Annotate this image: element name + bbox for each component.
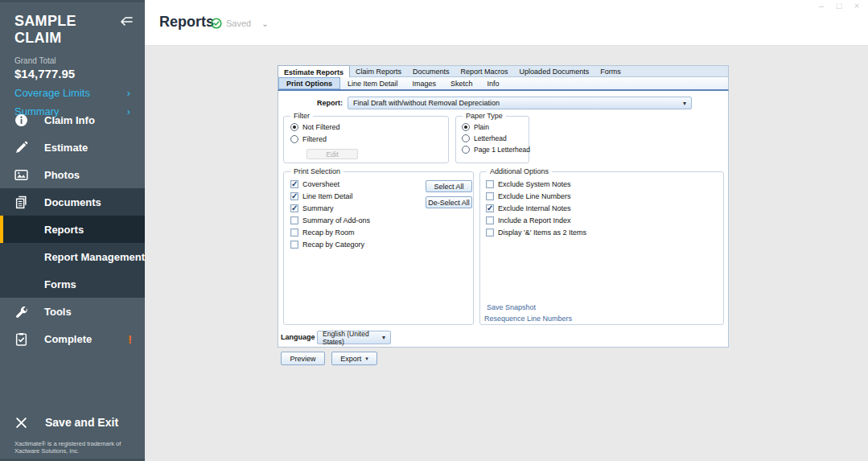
window-controls: – □ × <box>817 1 862 10</box>
subtab-print-options[interactable]: Print Options <box>278 77 340 89</box>
radio-label: Page 1 Letterhead <box>474 146 530 154</box>
export-button[interactable]: Export ▾ <box>331 352 377 365</box>
sidebar-item-forms[interactable]: Forms <box>0 270 145 298</box>
wrench-icon <box>14 305 28 319</box>
subtab-sketch[interactable]: Sketch <box>443 77 480 89</box>
grand-total-label: Grand Total <box>14 56 130 65</box>
sidebar-item-label: Claim Info <box>44 114 95 126</box>
dropdown-arrow-icon: ▾ <box>382 334 385 341</box>
subtab-line-item-detail[interactable]: Line Item Detail <box>340 77 405 89</box>
report-tabs: Estimate Reports Claim Reports Documents… <box>278 65 729 77</box>
paper-type-group: Paper Type Plain Letterhead Page 1 Lette… <box>455 116 529 163</box>
sidebar-item-estimate[interactable]: Estimate <box>0 134 145 161</box>
trademark-line2: Xactware Solutions, Inc. <box>14 447 138 455</box>
tab-documents[interactable]: Documents <box>407 66 455 76</box>
sidebar-header: SAMPLE CLAIM <box>0 2 145 47</box>
checkbox-summary[interactable]: Summary <box>290 204 334 212</box>
filter-legend: Filter <box>290 112 313 120</box>
sidebar-item-photos[interactable]: Photos <box>0 161 145 188</box>
radio-label: Not Filtered <box>302 123 340 131</box>
checkbox-icon <box>290 241 298 249</box>
resequence-line-numbers-link[interactable]: Resequence Line Numbers <box>484 315 572 323</box>
paper-type-legend: Paper Type <box>463 112 506 120</box>
sidebar-item-report-management[interactable]: Report Management <box>0 243 145 270</box>
save-snapshot-link[interactable]: Save Snapshot <box>487 303 536 311</box>
report-select[interactable]: Final Draft with/without Removal Depreci… <box>348 97 692 109</box>
edit-filter-button[interactable]: Edit <box>306 149 358 159</box>
sidebar: SAMPLE CLAIM Grand Total $14,777.95 Cove… <box>0 0 145 461</box>
sidebar-item-claim-info[interactable]: Claim Info <box>0 106 145 134</box>
checkbox-display-amp-items[interactable]: Display '&' Items as 2 Items <box>486 228 586 237</box>
sidebar-item-label: Photos <box>44 169 80 181</box>
sidebar-item-tools[interactable]: Tools <box>0 298 145 325</box>
page-header: Reports Saved ⌄ – □ × <box>145 0 868 46</box>
clipboard-check-icon <box>14 332 28 346</box>
tab-estimate-reports[interactable]: Estimate Reports <box>278 65 350 77</box>
radio-icon <box>462 146 470 154</box>
checkbox-icon <box>486 228 494 237</box>
radio-letterhead[interactable]: Letterhead <box>462 134 507 142</box>
checkbox-label: Summary <box>302 204 334 212</box>
checkbox-summary-of-addons[interactable]: Summary of Add-ons <box>290 216 370 224</box>
info-icon <box>14 113 28 127</box>
radio-icon <box>290 123 298 131</box>
minimize-button[interactable]: – <box>817 1 826 10</box>
checkbox-icon <box>290 216 298 224</box>
sidebar-item-label: Estimate <box>44 142 88 154</box>
checkbox-label: Display '&' Items as 2 Items <box>498 228 586 237</box>
radio-page1-letterhead[interactable]: Page 1 Letterhead <box>462 146 530 154</box>
additional-options-group: Additional Options Exclude System Notes … <box>479 171 724 325</box>
save-and-exit-button[interactable]: Save and Exit <box>0 409 145 436</box>
checkbox-label: Summary of Add-ons <box>302 216 370 224</box>
tab-forms[interactable]: Forms <box>594 66 627 76</box>
tab-report-macros[interactable]: Report Macros <box>455 66 514 76</box>
checkbox-recap-by-room[interactable]: Recap by Room <box>290 228 355 237</box>
checkbox-icon <box>486 180 494 188</box>
preview-button[interactable]: Preview <box>281 352 325 365</box>
radio-plain[interactable]: Plain <box>462 123 489 131</box>
sidebar-item-label: Reports <box>44 224 84 236</box>
checkbox-label: Exclude Line Numbers <box>498 192 571 200</box>
sidebar-item-complete[interactable]: Complete ! <box>0 325 145 352</box>
checkbox-line-item-detail[interactable]: Line Item Detail <box>290 192 353 200</box>
coverage-limits-label: Coverage Limits <box>14 87 90 99</box>
sidebar-item-reports[interactable]: Reports <box>0 216 145 243</box>
checkbox-exclude-line-numbers[interactable]: Exclude Line Numbers <box>486 192 571 200</box>
checkbox-label: Include a Report Index <box>498 216 571 224</box>
sidebar-item-label: Report Management <box>44 251 145 263</box>
tab-claim-reports[interactable]: Claim Reports <box>350 66 407 76</box>
close-button[interactable]: × <box>852 1 862 10</box>
coverage-limits-link[interactable]: Coverage Limits › <box>14 87 130 99</box>
deselect-all-button[interactable]: De-Select All <box>426 196 472 208</box>
select-all-button[interactable]: Select All <box>426 180 472 192</box>
checkbox-label: Line Item Detail <box>302 192 353 200</box>
radio-icon <box>290 135 298 143</box>
checkbox-exclude-internal-notes[interactable]: Exclude Internal Notes <box>486 204 571 212</box>
sidebar-item-documents[interactable]: Documents <box>0 188 145 216</box>
subtab-info[interactable]: Info <box>480 77 507 89</box>
report-label: Report: <box>309 99 343 107</box>
sidebar-item-label: Documents <box>44 196 101 208</box>
collapse-sidebar-icon[interactable] <box>119 15 134 31</box>
checkbox-exclude-system-notes[interactable]: Exclude System Notes <box>486 180 571 188</box>
language-select[interactable]: English (United States) ▾ <box>317 331 391 344</box>
maximize-button[interactable]: □ <box>834 1 844 10</box>
checkbox-icon <box>486 204 494 212</box>
subtab-images[interactable]: Images <box>405 77 444 89</box>
checkbox-label: Recap by Room <box>302 228 355 237</box>
language-label: Language <box>281 333 315 341</box>
checkbox-label: Coversheet <box>302 180 339 188</box>
checkbox-coversheet[interactable]: Coversheet <box>290 180 339 188</box>
radio-not-filtered[interactable]: Not Filtered <box>290 123 340 131</box>
print-selection-legend: Print Selection <box>290 167 343 175</box>
reports-panel: Estimate Reports Claim Reports Documents… <box>278 65 729 348</box>
print-selection-group: Print Selection Coversheet Line Item Det… <box>283 171 474 325</box>
content-area: Estimate Reports Claim Reports Documents… <box>145 47 868 461</box>
checkbox-recap-by-category[interactable]: Recap by Category <box>290 241 364 249</box>
radio-icon <box>462 134 470 142</box>
saved-status: Saved ⌄ <box>211 18 269 29</box>
tab-uploaded-documents[interactable]: Uploaded Documents <box>514 66 595 76</box>
chevron-down-icon[interactable]: ⌄ <box>261 19 268 28</box>
checkbox-include-report-index[interactable]: Include a Report Index <box>486 216 571 224</box>
radio-filtered[interactable]: Filtered <box>290 135 327 143</box>
